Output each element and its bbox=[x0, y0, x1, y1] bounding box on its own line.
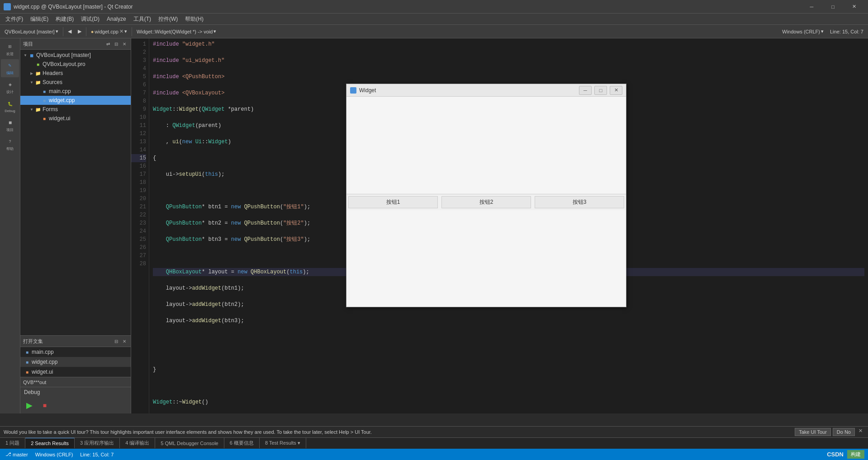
stop-button[interactable]: ■ bbox=[38, 399, 52, 412]
take-tour-button[interactable]: Take UI Tour bbox=[795, 428, 831, 436]
nav-fwd-button[interactable]: ▶ bbox=[75, 26, 84, 37]
menu-bar: 文件(F) 编辑(E) 构建(B) 调试(D) Analyze 工具(T) 控件… bbox=[0, 14, 868, 25]
main-cpp-label: main.cpp bbox=[49, 88, 71, 94]
minimize-button[interactable]: ─ bbox=[802, 0, 822, 14]
widget-btn1[interactable]: 按钮1 bbox=[348, 196, 438, 208]
widget-app-icon bbox=[350, 87, 356, 94]
bottom-tabs: 1 问题 2 Search Results 3 应用程序输出 4 编译输出 5 … bbox=[0, 437, 868, 449]
forms-label: Forms bbox=[43, 106, 58, 113]
menu-analyze[interactable]: Analyze bbox=[103, 14, 130, 24]
project-icon: ◼ bbox=[6, 118, 14, 127]
widget-btn3[interactable]: 按钮3 bbox=[535, 196, 624, 208]
tree-item-widget-ui[interactable]: ■ widget.ui bbox=[20, 114, 131, 123]
tab-app-output[interactable]: 3 应用程序输出 bbox=[75, 438, 120, 448]
tree-item-pro[interactable]: ■ QVBoxLayout.pro bbox=[20, 60, 131, 69]
widget-btn2[interactable]: 按钮2 bbox=[441, 196, 531, 208]
close-button[interactable]: ✕ bbox=[844, 0, 864, 14]
toolbar: QVBoxLayout [master] ▾ ◀ ▶ ● widget.cpp … bbox=[0, 25, 868, 38]
project-panel-controls: ⇄ ⊟ ✕ bbox=[104, 40, 128, 47]
run-button[interactable]: ▶ bbox=[22, 399, 37, 412]
open-files-float-btn[interactable]: ⊟ bbox=[113, 338, 120, 345]
sidebar-edit[interactable]: ✎ 编辑 bbox=[1, 59, 19, 77]
sidebar-design[interactable]: ◈ 设计 bbox=[1, 78, 19, 96]
branch-icon: ⎇ bbox=[5, 451, 11, 457]
debug-run-controls: ▶ ■ bbox=[20, 397, 131, 413]
open-files-panel: 打开文集 ⊟ ✕ ■ main.cpp ■ widget.cpp ■ widge… bbox=[20, 335, 131, 377]
widget-cpp-label: widget.cpp bbox=[49, 97, 75, 103]
tab-test-results[interactable]: 8 Test Results ▾ bbox=[260, 438, 306, 448]
widget-maximize-btn[interactable]: □ bbox=[594, 86, 607, 95]
project-dropdown[interactable]: QVBoxLayout [master] ▾ bbox=[2, 26, 61, 37]
nav-back-button[interactable]: ◀ bbox=[65, 26, 74, 37]
line-20 bbox=[153, 349, 864, 357]
panel-float-btn[interactable]: ⊟ bbox=[113, 40, 120, 47]
function-dropdown[interactable]: Widget::Widget(QWidget *) -> void ▾ bbox=[134, 26, 219, 37]
widget-ui-label: widget.ui bbox=[49, 115, 70, 122]
tree-item-sources[interactable]: ▼ 📁 Sources bbox=[20, 78, 131, 87]
project-name: QVBoxLayout [master] bbox=[36, 52, 91, 58]
open-file-widget-cpp[interactable]: ■ widget.cpp bbox=[20, 357, 131, 367]
menu-debug[interactable]: 调试(D) bbox=[77, 14, 103, 24]
folder-icon: 📁 bbox=[35, 70, 41, 76]
sidebar-debug[interactable]: 🐛 Debug bbox=[1, 97, 19, 115]
build-button[interactable]: 构建 bbox=[847, 450, 864, 459]
menu-tools[interactable]: 工具(T) bbox=[130, 14, 155, 24]
app-icon bbox=[4, 3, 11, 10]
sidebar-project[interactable]: ◼ 项目 bbox=[1, 116, 19, 134]
tree-item-headers[interactable]: ▶ 📁 Headers bbox=[20, 69, 131, 78]
sidebar-welcome[interactable]: ⊞ 欢迎 bbox=[1, 40, 19, 58]
edit-icon: ✎ bbox=[6, 61, 14, 70]
design-icon: ◈ bbox=[6, 80, 14, 89]
line-22 bbox=[153, 382, 864, 390]
open-file-main[interactable]: ■ main.cpp bbox=[20, 347, 131, 357]
panel-sync-btn[interactable]: ⇄ bbox=[104, 40, 112, 47]
widget-content: 按钮1 按钮2 按钮3 bbox=[346, 97, 626, 307]
status-position[interactable]: Line: 15, Col: 7 bbox=[78, 449, 115, 460]
window-controls: ─ □ ✕ bbox=[802, 0, 864, 14]
menu-controls[interactable]: 控件(W) bbox=[155, 14, 181, 24]
open-files-title: 打开文集 bbox=[23, 338, 43, 345]
tree-item-project[interactable]: ▼ ◼ QVBoxLayout [master] bbox=[20, 51, 131, 60]
status-branch[interactable]: ⎇ master bbox=[4, 449, 30, 460]
tree-item-main-cpp[interactable]: ■ main.cpp bbox=[20, 87, 131, 96]
sources-arrow: ▼ bbox=[28, 79, 35, 85]
widget-minimize-btn[interactable]: ─ bbox=[579, 86, 592, 95]
tab-summary[interactable]: 6 概要信息 bbox=[224, 438, 260, 448]
line-23: Widget::~Widget() bbox=[153, 398, 864, 406]
sidebar-help[interactable]: ? 帮助 bbox=[1, 135, 19, 153]
panel-close-btn[interactable]: ✕ bbox=[121, 40, 128, 47]
menu-help[interactable]: 帮助(H) bbox=[181, 14, 207, 24]
line-2: #include "ui_widget.h" bbox=[153, 56, 864, 65]
widget-close-btn[interactable]: ✕ bbox=[610, 86, 622, 95]
tree-item-widget-cpp[interactable]: ■ widget.cpp bbox=[20, 96, 131, 105]
open-files-close-btn[interactable]: ✕ bbox=[121, 338, 128, 345]
position-label: Line: 15, Col: 7 bbox=[80, 452, 114, 457]
menu-file[interactable]: 文件(F) bbox=[2, 14, 27, 24]
open-file-widget-ui[interactable]: ■ widget.ui bbox=[20, 367, 131, 377]
tree-item-forms[interactable]: ▼ 📁 Forms bbox=[20, 105, 131, 114]
menu-edit[interactable]: 编辑(E) bbox=[27, 14, 52, 24]
main-file-icon: ■ bbox=[24, 349, 30, 355]
status-csdn: CSDN bbox=[827, 451, 844, 458]
expand-arrow: ▼ bbox=[22, 52, 28, 58]
no-tour-button[interactable]: Do No bbox=[833, 428, 855, 436]
widget-body bbox=[346, 97, 626, 194]
sidebar-icons: ⊞ 欢迎 ✎ 编辑 ◈ 设计 🐛 Debug ◼ 项目 ? 帮助 bbox=[0, 38, 20, 413]
tab-search-results[interactable]: 2 Search Results bbox=[25, 438, 75, 448]
separator-2 bbox=[86, 27, 86, 36]
encoding-dropdown[interactable]: Windows (CRLF) ▾ bbox=[779, 26, 826, 37]
maximize-button[interactable]: □ bbox=[823, 0, 843, 14]
help-icon: ? bbox=[6, 137, 14, 146]
forms-arrow: ▼ bbox=[28, 106, 35, 113]
file-tab-button[interactable]: ● widget.cpp ✕ ▾ bbox=[88, 26, 130, 37]
separator-3 bbox=[132, 27, 132, 36]
notification-close[interactable]: ✕ bbox=[857, 428, 864, 436]
line-1: #include "widget.h" bbox=[153, 40, 864, 48]
tab-issues[interactable]: 1 问题 bbox=[0, 438, 25, 448]
menu-build[interactable]: 构建(B) bbox=[52, 14, 77, 24]
status-encoding[interactable]: Windows (CRLF) bbox=[33, 449, 75, 460]
tab-qml-debugger[interactable]: 5 QML Debugger Console bbox=[155, 438, 224, 448]
widget-title-bar: Widget ─ □ ✕ bbox=[346, 84, 626, 97]
tab-compile-output[interactable]: 4 编译输出 bbox=[120, 438, 155, 448]
widget-leaf bbox=[35, 97, 41, 103]
